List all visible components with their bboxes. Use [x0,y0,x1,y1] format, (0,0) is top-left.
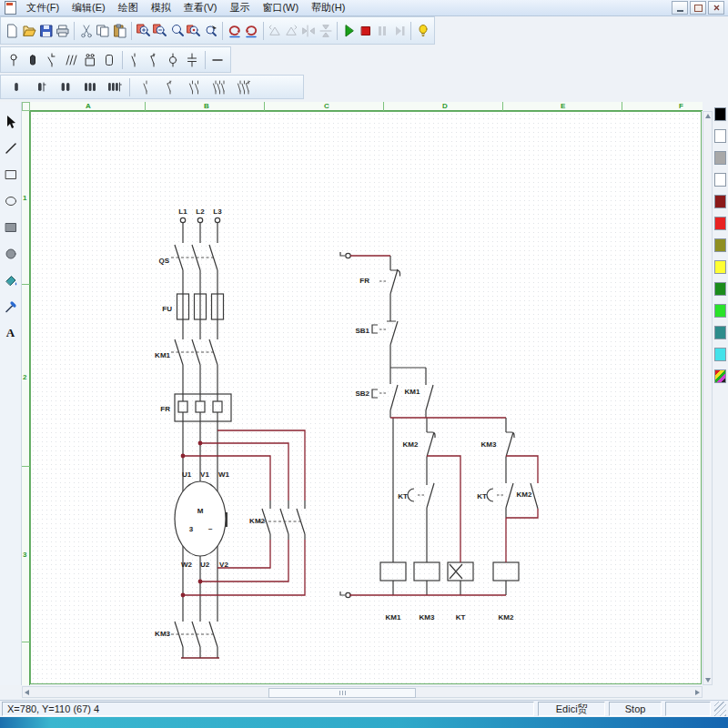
component-box-icon [102,53,116,67]
cut-button[interactable] [77,19,95,43]
rotate-right-button[interactable] [283,19,300,43]
paste-button[interactable] [112,19,129,43]
undo-button[interactable] [226,19,243,43]
color-swatch-multicolor[interactable] [714,369,726,383]
restore-button[interactable] [690,1,706,15]
component-box-button[interactable] [99,48,118,72]
flip-vertical-button[interactable] [317,19,334,43]
contact-triple-button[interactable] [207,76,231,99]
document-system-icon[interactable] [5,1,16,15]
coil-with-pin-button[interactable] [28,76,53,99]
ruler-label: 1 [23,194,26,202]
open-button[interactable] [21,19,38,43]
scroll-down-icon[interactable] [705,678,711,682]
color-swatch-white-2[interactable] [714,173,726,187]
capacitor-component-button[interactable] [183,48,202,72]
ruler-label: B [204,102,209,111]
menu-display[interactable]: 显示 [223,0,256,15]
filled-rectangle-tool[interactable] [1,217,21,238]
menu-window[interactable]: 窗口(W) [256,0,305,15]
new-button[interactable] [4,19,21,43]
flip-horizontal-button[interactable] [300,19,318,43]
run-button[interactable] [340,19,358,43]
circle-component-button[interactable] [164,48,183,72]
close-button[interactable] [708,1,724,15]
contact-triple-variant-button[interactable] [231,76,256,99]
triple-switch-component-button[interactable] [61,48,80,72]
menu-simulate[interactable]: 模拟 [145,0,177,15]
print-icon [56,24,70,38]
color-swatch-cyan[interactable] [714,348,726,361]
color-swatch-red[interactable] [714,217,726,230]
ruler-top: A B C D E F [30,102,703,111]
pause-button[interactable] [374,19,391,43]
horizontal-scrollbar[interactable] [22,686,703,698]
menu-help[interactable]: 帮助(H) [305,0,351,15]
color-swatch-black[interactable] [714,107,726,121]
color-swatch-gray[interactable] [714,151,726,165]
color-swatch-teal[interactable] [714,326,726,339]
contact-double-button[interactable] [182,76,207,99]
coil-triple-button[interactable] [77,76,102,99]
resize-grip[interactable] [714,702,726,716]
contact-component-button[interactable] [126,48,145,72]
label-km2-main: KM2 [249,517,265,525]
color-swatch-olive[interactable] [714,238,726,252]
coil-button[interactable] [4,76,28,99]
scroll-right-icon[interactable] [695,690,700,695]
schematic-canvas[interactable]: L1 L2 L3 QS FU KM1 FR U1 V1 W1 M 3 ~ W2 … [30,111,702,684]
save-button[interactable] [37,19,55,43]
battery-component-button[interactable] [23,48,42,72]
redo-button[interactable] [243,19,260,43]
coil-quad-icon [107,80,122,95]
menu-edit[interactable]: 编辑(E) [66,0,112,15]
ruler-label: E [561,102,565,111]
contact-variant-component-button[interactable] [145,48,164,72]
redo-icon [244,24,258,38]
zoom-out-button[interactable] [152,19,169,43]
coil-pair-button[interactable] [53,76,77,99]
copy-button[interactable] [95,19,112,43]
contact-single-variant-button[interactable] [157,76,182,99]
color-swatch-green[interactable] [714,304,726,318]
vertical-scrollbar[interactable] [703,111,713,685]
rectangle-tool[interactable] [1,164,21,185]
help-button[interactable] [414,19,431,43]
control-circuit [340,252,538,598]
application-window: 文件(F) 编辑(E) 绘图 模拟 查看(V) 显示 窗口(W) 帮助(H) [0,0,728,728]
rotate-left-button[interactable] [267,19,284,43]
scrollbar-thumb[interactable] [268,688,416,698]
print-button[interactable] [55,19,72,43]
fill-tool[interactable] [1,269,21,290]
capacitor-icon [185,53,199,67]
km2-coil [493,562,519,581]
zoom-pointer-button[interactable] [203,19,220,43]
zoom-region-button[interactable] [168,19,186,43]
step-button[interactable] [391,19,409,43]
stop-button[interactable] [358,19,375,43]
probe-component-button[interactable] [4,48,23,72]
scroll-up-icon[interactable] [705,114,711,118]
color-swatch-yellow[interactable] [714,260,726,274]
scroll-left-icon[interactable] [25,690,29,695]
color-swatch-white[interactable] [714,129,726,143]
menu-file[interactable]: 文件(F) [20,0,66,15]
text-tool[interactable]: A [1,322,21,343]
color-swatch-dark-red[interactable] [714,195,726,208]
relay-component-button[interactable] [80,48,99,72]
zoom-in-button[interactable] [135,19,152,43]
line-tool[interactable] [1,137,21,158]
select-tool[interactable] [1,111,21,132]
ellipse-tool[interactable] [1,190,21,211]
minimize-button[interactable] [672,1,688,15]
color-picker-tool[interactable] [1,296,21,317]
filled-circle-tool[interactable] [1,243,21,264]
zoom-selection-button[interactable] [186,19,203,43]
coil-quad-button[interactable] [102,76,126,99]
menu-view[interactable]: 查看(V) [177,0,224,15]
dash-line-button[interactable] [208,48,228,72]
menu-draw[interactable]: 绘图 [112,0,145,15]
knife-switch-component-button[interactable] [42,48,61,72]
color-swatch-dark-green[interactable] [714,282,726,296]
contact-single-button[interactable] [133,76,157,99]
